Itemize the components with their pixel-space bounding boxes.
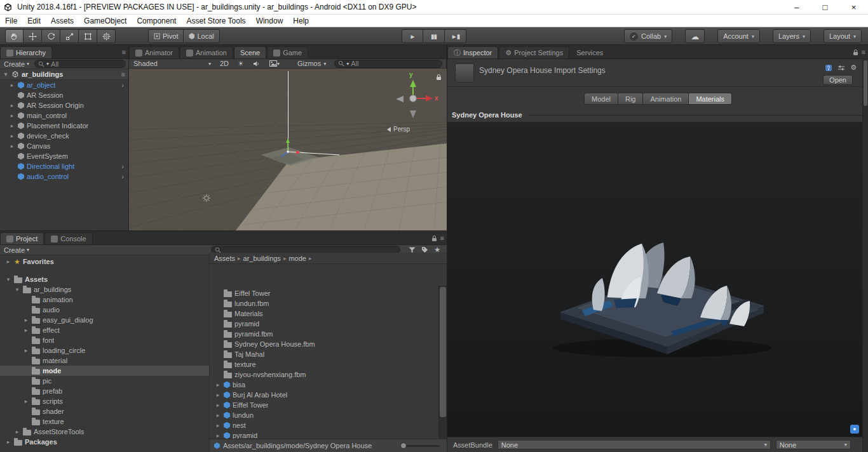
lighting-toggle-button[interactable]: ☀ [234, 59, 247, 68]
rotate-tool-button[interactable] [42, 29, 60, 43]
inspector-scrollbar[interactable] [862, 59, 868, 452]
expand-triangle-icon[interactable]: ▸ [9, 82, 15, 88]
file-folder-pyramid-fbm[interactable]: pyramid.fbm [210, 329, 438, 339]
tab-console[interactable]: Console [44, 232, 92, 244]
effects-dropdown[interactable]: ▾ [266, 59, 283, 68]
breadcrumb-item-ar-buildings[interactable]: ar_buildings [243, 255, 281, 262]
panel-menu-icon[interactable]: ≡ [862, 48, 865, 56]
hierarchy-item-canvas[interactable]: ▸ Canvas [0, 141, 128, 151]
expand-triangle-icon[interactable]: ▾ [3, 71, 9, 77]
tree-folder-prefab[interactable]: prefab [0, 386, 209, 396]
tree-folder-scripts[interactable]: ▸scripts [0, 396, 209, 406]
rect-tool-button[interactable] [79, 29, 97, 43]
hierarchy-item-placement-indicator[interactable]: ▸ Placement Indicator [0, 121, 128, 131]
tab-scene[interactable]: Scene [234, 46, 266, 58]
gizmos-dropdown[interactable]: Gizmos ▾ [294, 59, 329, 68]
prefab-arrow-icon[interactable]: › [121, 163, 124, 170]
hand-tool-button[interactable] [5, 29, 24, 43]
menu-asset-store-tools[interactable]: Asset Store Tools [181, 15, 250, 27]
file-folder-lundun-fbm[interactable]: lundun.fbm [210, 298, 438, 309]
file-model-eiffel-tower[interactable]: ▸Eiffel Tower [210, 400, 438, 410]
scene-header-row[interactable]: ▾ ar_buildings ≡ [0, 69, 128, 80]
import-tab-materials[interactable]: Materials [689, 93, 732, 105]
tree-folder-material[interactable]: material [0, 356, 209, 366]
collab-dropdown[interactable]: ✓ Collab ▾ [624, 29, 672, 43]
tab-hierarchy[interactable]: Hierarchy [0, 46, 52, 58]
close-button[interactable]: × [839, 0, 868, 14]
lock-icon[interactable] [431, 235, 437, 242]
scene-menu-icon[interactable]: ≡ [121, 70, 125, 78]
menu-window[interactable]: Window [251, 15, 288, 27]
lock-icon[interactable] [853, 49, 858, 56]
cloud-button[interactable]: ☁ [685, 29, 705, 43]
file-list-scrollbar[interactable] [438, 286, 447, 439]
tree-folder-animation[interactable]: animation [0, 295, 209, 305]
expand-triangle-icon[interactable]: ▸ [215, 402, 221, 408]
audio-toggle-button[interactable] [250, 59, 264, 68]
search-filter-arrow-icon[interactable]: ▾ [346, 61, 349, 67]
tree-folder-easy-gui-dialog[interactable]: ▸easy_gui_dialog [0, 315, 209, 325]
icon-size-slider[interactable] [400, 445, 440, 447]
tab-game[interactable]: Game [267, 46, 308, 58]
tree-assets-root[interactable]: ▾ Assets [0, 274, 209, 284]
tree-folder-shader[interactable]: shader [0, 406, 209, 416]
tree-folder-pic[interactable]: pic [0, 376, 209, 386]
file-folder-ziyou-nvshenxiang-fbm[interactable]: ziyou-nvshenxiang.fbm [210, 369, 438, 380]
expand-triangle-icon[interactable]: ▸ [14, 429, 20, 435]
expand-triangle-icon[interactable]: ▸ [215, 422, 221, 429]
breadcrumb-item-mode[interactable]: mode [288, 255, 306, 262]
layers-dropdown[interactable]: Layers ▾ [773, 29, 811, 43]
expand-triangle-icon[interactable]: ▸ [23, 398, 29, 404]
presets-icon[interactable] [837, 65, 845, 71]
expand-triangle-icon[interactable]: ▸ [9, 143, 15, 149]
tree-folder-texture[interactable]: texture [0, 416, 209, 427]
2d-toggle-button[interactable]: 2D [217, 59, 232, 68]
favorites-root[interactable]: ▸ ★ Favorites [0, 256, 209, 267]
tree-packages-root[interactable]: ▸Packages [0, 437, 209, 447]
file-model-nest[interactable]: ▸nest [210, 420, 438, 430]
prefab-arrow-icon[interactable]: › [121, 81, 124, 89]
search-by-type-icon[interactable] [409, 247, 416, 253]
scrollbar-thumb[interactable] [440, 287, 446, 417]
menu-assets[interactable]: Assets [46, 15, 79, 27]
settings-gear-icon[interactable]: ⚙ [850, 63, 857, 72]
import-tab-rig[interactable]: Rig [618, 93, 644, 105]
expand-triangle-icon[interactable]: ▸ [215, 412, 221, 418]
asset-label-tag-icon[interactable] [850, 425, 859, 434]
file-folder-materials[interactable]: Materials [210, 309, 438, 319]
help-icon[interactable] [825, 64, 832, 72]
local-toggle-button[interactable]: Local [184, 29, 219, 43]
hierarchy-item-ar-session[interactable]: AR Session [0, 90, 128, 100]
tab-project-settings[interactable]: ⚙ Project Settings [499, 46, 569, 58]
menu-component[interactable]: Component [132, 15, 181, 27]
account-dropdown[interactable]: Account ▾ [717, 29, 760, 43]
tree-folder-assetstoretools[interactable]: ▸AssetStoreTools [0, 427, 209, 437]
file-folder-sydney-opera-house-fbm[interactable]: Sydney Opera House.fbm [210, 339, 438, 349]
file-model-lundun[interactable]: ▸lundun [210, 410, 438, 420]
scene-search-input[interactable]: ▾ All [334, 60, 442, 68]
panel-menu-icon[interactable]: ≡ [440, 234, 444, 242]
tree-ar-buildings[interactable]: ▾ ar_buildings [0, 284, 209, 295]
tree-folder-effect[interactable]: ▸effect [0, 325, 209, 335]
tab-animation[interactable]: Animation [180, 46, 233, 58]
expand-triangle-icon[interactable]: ▸ [9, 123, 15, 129]
file-folder-eiffel-tower[interactable]: Eiffel Tower [210, 288, 438, 298]
expand-triangle-icon[interactable]: ▸ [215, 392, 221, 398]
hierarchy-item-ar-session-origin[interactable]: ▸ AR Session Origin [0, 100, 128, 110]
tab-inspector[interactable]: ⓘ Inspector [447, 46, 498, 58]
hierarchy-search-input[interactable]: ▾ All [34, 60, 126, 68]
hierarchy-item-main-control[interactable]: ▸ main_control [0, 110, 128, 121]
tab-services[interactable]: Services [570, 46, 609, 58]
file-model-burj-al-arab-hotel[interactable]: ▸Burj Al Arab Hotel [210, 390, 438, 400]
menu-gameobject[interactable]: GameObject [79, 15, 132, 27]
draw-mode-dropdown[interactable]: Shaded ▾ [130, 59, 214, 68]
search-filter-arrow-icon[interactable]: ▾ [46, 61, 49, 67]
expand-triangle-icon[interactable]: ▸ [215, 432, 221, 439]
model-preview-viewport[interactable] [447, 122, 863, 437]
hierarchy-item-ar-object[interactable]: ▸ ar_object › [0, 80, 128, 90]
expand-triangle-icon[interactable]: ▸ [5, 439, 11, 445]
breadcrumb-item-assets[interactable]: Assets [214, 255, 235, 262]
move-tool-button[interactable] [24, 29, 42, 43]
expand-triangle-icon[interactable]: ▸ [23, 347, 29, 354]
expand-triangle-icon[interactable]: ▸ [23, 327, 29, 333]
